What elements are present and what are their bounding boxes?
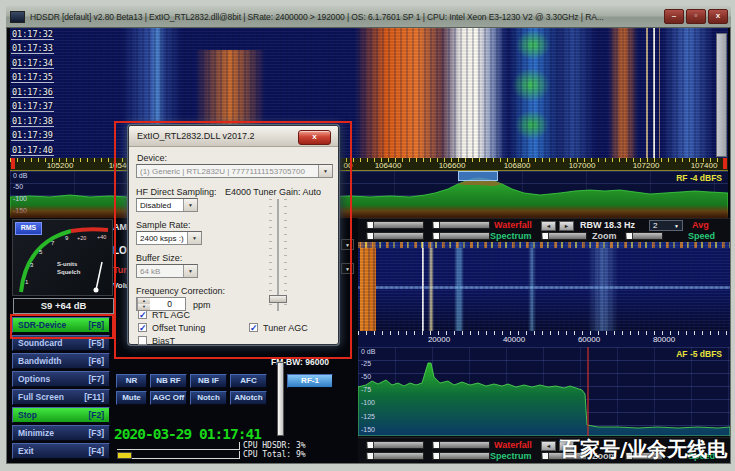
s-meter-readout: S9 +64 dB	[13, 298, 114, 314]
af-spectrum-trace	[358, 347, 730, 436]
tuner-gain-slider-thumb[interactable]	[269, 295, 287, 303]
sample-rate-label: Sample Rate:	[136, 220, 191, 230]
nb-if-button[interactable]: NB IF	[190, 374, 227, 388]
spectrum-gain-slider[interactable]	[366, 452, 424, 460]
waterfall-timestamp: 01:17:38	[11, 116, 54, 127]
svg-text:+20: +20	[77, 235, 86, 241]
hf-sampling-select[interactable]: Disabled ▼	[136, 198, 198, 212]
dialog-close-button[interactable]: x	[298, 130, 331, 145]
hf-sampling-label: HF Direct Sampling:	[136, 187, 217, 197]
af-frequency-scale[interactable]: 20000 40000 60000 80000	[358, 331, 730, 347]
rtl-agc-label: RTL AGC	[152, 310, 190, 320]
af-scale-tick-label: 80000	[653, 335, 675, 344]
speed-slider[interactable]	[625, 232, 663, 240]
waterfall-contrast-slider[interactable]	[432, 441, 490, 449]
options-button[interactable]: Options[F7]	[12, 371, 110, 387]
svg-text:9: 9	[65, 235, 69, 241]
notch-button[interactable]: Notch	[190, 391, 227, 405]
waterfall-brightness-slider[interactable]	[366, 441, 424, 449]
minimize-hdsdr-button[interactable]: Minimize[F3]	[12, 425, 110, 441]
af-spectrum-panel[interactable]: 0 dB -25 -50 -75 -100 -125 -150 AF -5 dB…	[358, 347, 730, 436]
spectrum-gain-slider[interactable]	[366, 232, 424, 240]
chevron-down-icon[interactable]: ▼	[341, 263, 354, 274]
rms-badge[interactable]: RMS	[15, 222, 42, 235]
waterfall-scrollbar[interactable]	[716, 33, 727, 157]
buffer-size-label: Buffer Size:	[136, 253, 182, 263]
close-button[interactable]: x	[708, 9, 728, 24]
chevron-down-icon: ▼	[183, 199, 197, 211]
freq-correction-label: Frequency Correction:	[136, 286, 225, 296]
chevron-down-icon: ▼	[674, 223, 679, 229]
offset-tuning-checkbox[interactable]: ✓	[138, 323, 147, 332]
passband-indicator[interactable]	[458, 171, 498, 181]
afc-button[interactable]: AFC	[230, 374, 267, 388]
arrow-left-icon[interactable]: ◄	[541, 441, 556, 451]
avg-label: Avg	[692, 220, 709, 230]
sdr-device-button[interactable]: SDR-Device[F8]	[12, 317, 110, 333]
scale-tick-label: 107400	[691, 161, 718, 170]
main-waterfall[interactable]: 01:17:32 01:17:33 01:17:34 01:17:35 01:1…	[10, 28, 728, 158]
af-db-label: -50	[361, 373, 371, 380]
rtl-agc-checkbox[interactable]: ✓	[138, 310, 147, 319]
rf-panel-red-band	[10, 205, 728, 218]
minimize-button[interactable]: –	[664, 9, 684, 24]
cpu-hdsdr-bar	[117, 442, 240, 450]
bandwidth-button[interactable]: Bandwidth[F6]	[12, 353, 110, 369]
chevron-down-icon[interactable]: ▼	[341, 239, 354, 250]
arrow-right-icon[interactable]: ►	[559, 221, 574, 231]
cpu-total-bar	[117, 451, 240, 459]
waterfall-noise-overlay	[10, 28, 728, 158]
waterfall-row-label: Waterfall	[494, 220, 532, 230]
waterfall-timestamp: 01:17:37	[11, 101, 54, 112]
anotch-button[interactable]: ANotch	[230, 391, 267, 405]
cpu-hdsdr-label: CPU HDSDR: 3%	[243, 441, 306, 450]
waterfall-timestamp: 01:17:39	[11, 130, 54, 141]
spectrum-offset-slider[interactable]	[432, 452, 490, 460]
rf1-button[interactable]: RF-1	[287, 374, 333, 388]
mute-button[interactable]: Mute	[116, 391, 147, 405]
spectrum-offset-slider[interactable]	[432, 232, 490, 240]
tuner-agc-checkbox[interactable]: ✓	[249, 323, 258, 332]
af-db-label: -100	[361, 399, 375, 406]
svg-text:Squelch: Squelch	[57, 269, 81, 275]
stop-button[interactable]: Stop[F2]	[12, 407, 110, 423]
biast-checkbox[interactable]	[138, 336, 147, 345]
agc-off-button[interactable]: AGC Off	[150, 391, 187, 405]
full-screen-button[interactable]: Full Screen[F11]	[12, 389, 110, 405]
device-label: Device:	[137, 153, 167, 163]
af-db-label: -150	[361, 426, 375, 433]
rf-frequency-scale[interactable]: 105200 105400 00 106400 106600 106800 10…	[10, 158, 728, 171]
waterfall-timestamp: 01:17:34	[11, 58, 54, 69]
svg-text:7: 7	[51, 240, 55, 246]
spectrum-row-label: Spectrum	[490, 231, 532, 241]
zoom-slider[interactable]	[541, 232, 587, 240]
nb-rf-button[interactable]: NB RF	[150, 374, 187, 388]
waterfall-timestamp: 01:17:33	[11, 43, 54, 54]
avg-dropdown[interactable]: 2▼	[649, 220, 683, 231]
af-waterfall[interactable]	[358, 242, 730, 331]
af-db-label: -25	[361, 360, 371, 367]
maximize-button[interactable]: ▫	[686, 9, 706, 24]
waterfall-contrast-slider[interactable]	[432, 221, 490, 229]
freq-correction-input[interactable]: 0 ▲ ▼	[136, 297, 186, 311]
extio-dialog: ExtIO_RTL2832.DLL v2017.2 x Device: (1) …	[128, 125, 339, 345]
waterfall-brightness-slider[interactable]	[366, 221, 424, 229]
svg-text:3: 3	[30, 262, 34, 268]
scale-tick-label: 105200	[47, 161, 74, 170]
exit-button[interactable]: Exit[F4]	[12, 443, 110, 459]
volume-slider[interactable]	[277, 362, 284, 436]
window-titlebar: HDSDR [default] v2.80 Beta13 | ExtIO_RTL…	[6, 6, 731, 28]
svg-text:5: 5	[39, 249, 43, 255]
speed-label: Speed	[688, 231, 715, 241]
soundcard-button[interactable]: Soundcard[F5]	[12, 335, 110, 351]
scale-tick-label: 106400	[375, 161, 402, 170]
nr-button[interactable]: NR	[116, 374, 147, 388]
tuner-gain-label: E4000 Tuner Gain: Auto	[225, 187, 321, 197]
arrow-left-icon[interactable]: ◄	[541, 221, 556, 231]
af-db-label: -75	[361, 386, 371, 393]
sample-rate-select[interactable]: 2400 ksps :) ▼	[136, 231, 202, 245]
date-time-display: 2020-03-29 01:17:41	[114, 426, 261, 442]
window-title: HDSDR [default] v2.80 Beta13 | ExtIO_RTL…	[30, 12, 662, 22]
screenshot-frame: HDSDR [default] v2.80 Beta13 | ExtIO_RTL…	[0, 0, 735, 471]
scale-tick-label: 106800	[504, 161, 531, 170]
